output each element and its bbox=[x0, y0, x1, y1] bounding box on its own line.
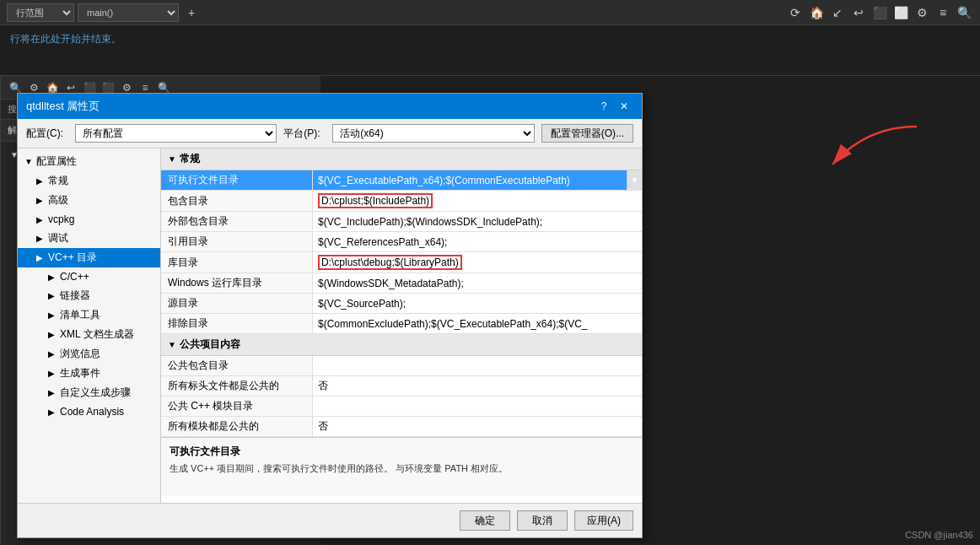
prop-value-all-headers: 否 bbox=[313, 376, 642, 396]
include-red-border: D:\cplust;$(IncludePath) bbox=[318, 193, 433, 208]
tree-item-build-events[interactable]: ▶ 生成事件 bbox=[18, 364, 160, 383]
prop-value-pub-include bbox=[313, 356, 642, 375]
platform-select[interactable]: 活动(x64) bbox=[332, 124, 534, 143]
tree-expand-custom: ▶ bbox=[48, 388, 60, 397]
prop-row-pub-modules[interactable]: 公共 C++ 模块目录 bbox=[161, 397, 642, 417]
toolbar-btn-9[interactable]: 🔍 bbox=[955, 3, 973, 22]
prop-row-all-headers[interactable]: 所有标头文件都是公共的 否 bbox=[161, 376, 642, 397]
prop-row-ext-include[interactable]: 外部包含目录 $(VC_IncludePath);$(WindowsSDK_In… bbox=[161, 212, 642, 232]
dialog-titlebar: qtdlltest 属性页 ? ✕ bbox=[18, 94, 642, 119]
tree-expand-icon: ▼ bbox=[24, 157, 36, 166]
prop-row-executable[interactable]: 可执行文件目录 $(VC_ExecutablePath_x64);$(Commo… bbox=[161, 170, 642, 191]
prop-row-include[interactable]: 包含目录 D:\cplust;$(IncludePath) bbox=[161, 191, 642, 212]
editor-area: 行将在此处开始并结束。 bbox=[0, 25, 980, 76]
platform-label: 平台(P): bbox=[283, 127, 326, 141]
tree-expand-general: ▶ bbox=[36, 176, 48, 186]
prop-value-pub-modules bbox=[313, 397, 642, 416]
toolbar-btn-7[interactable]: ⚙ bbox=[913, 3, 931, 22]
main-layout: qtdlltest 属性页 ? ✕ 配置(C): 所有配置 平台(P): 活动(… bbox=[0, 76, 980, 545]
prop-row-all-modules[interactable]: 所有模块都是公共的 否 bbox=[161, 417, 642, 437]
toolbar-btn-3[interactable]: ↙ bbox=[828, 3, 847, 22]
info-text: 生成 VC++ 项目期间，搜索可执行文件时使用的路径。 与环境变量 PATH 相… bbox=[170, 462, 633, 475]
tree-item-advanced[interactable]: ▶ 高级 bbox=[18, 191, 160, 210]
top-bar: 行范围 main() + ⟳ 🏠 ↙ ↩ ⬛ ⬜ ⚙ ≡ 🔍 bbox=[0, 0, 980, 25]
tree-item-vcpp-dirs[interactable]: ▶ VC++ 目录 bbox=[18, 248, 160, 267]
toolbar-btn-8[interactable]: ≡ bbox=[934, 3, 952, 22]
prop-name-executable: 可执行文件目录 bbox=[161, 170, 313, 190]
tree-expand-vcpp: ▶ bbox=[36, 253, 48, 262]
scope-dropdown[interactable]: 行范围 bbox=[7, 3, 74, 22]
prop-value-exclude: $(CommonExcludePath);$(VC_ExecutablePath… bbox=[313, 314, 642, 333]
tree-item-linker[interactable]: ▶ 链接器 bbox=[18, 286, 160, 305]
tree-item-browse[interactable]: ▶ 浏览信息 bbox=[18, 344, 160, 364]
prop-value-include: D:\cplust;$(IncludePath) bbox=[313, 191, 642, 211]
section-public-collapse-icon: ▼ bbox=[168, 340, 176, 349]
toolbar-btn-5[interactable]: ⬛ bbox=[870, 3, 889, 22]
section-general-label: 常规 bbox=[180, 152, 200, 166]
lib-red-border: D:\cplust\debug;$(LibraryPath) bbox=[318, 255, 462, 270]
prop-row-exclude[interactable]: 排除目录 $(CommonExcludePath);$(VC_Executabl… bbox=[161, 314, 642, 334]
toolbar-btn-4[interactable]: ↩ bbox=[849, 3, 868, 22]
tree-item-manifest[interactable]: ▶ 清单工具 bbox=[18, 305, 160, 325]
prop-value-ext-include: $(VC_IncludePath);$(WindowsSDK_IncludePa… bbox=[313, 212, 642, 231]
arrow-annotation bbox=[799, 118, 925, 186]
apply-btn[interactable]: 应用(A) bbox=[574, 510, 633, 531]
dialog-close-btn[interactable]: ✕ bbox=[615, 99, 633, 114]
toolbar-btn-1[interactable]: ⟳ bbox=[786, 3, 805, 22]
tree-item-cpp[interactable]: ▶ C/C++ bbox=[18, 267, 160, 286]
dialog-title: qtdlltest 属性页 bbox=[26, 99, 100, 114]
prop-value-all-modules: 否 bbox=[313, 417, 642, 436]
section-general-header[interactable]: ▼ 常规 bbox=[161, 148, 642, 170]
prop-value-executable: $(VC_ExecutablePath_x64);$(CommonExecuta… bbox=[313, 170, 627, 190]
code-line: 行将在此处开始并结束。 bbox=[10, 33, 121, 45]
function-dropdown[interactable]: main() bbox=[78, 3, 179, 22]
tree-item-vcpkg[interactable]: ▶ vcpkg bbox=[18, 210, 160, 229]
tree-expand-browse: ▶ bbox=[48, 349, 60, 359]
config-row: 配置(C): 所有配置 平台(P): 活动(x64) 配置管理器(O)... bbox=[18, 119, 642, 148]
tree-section-header: ▼ 配置属性 bbox=[18, 152, 160, 171]
tree-expand-cpp: ▶ bbox=[48, 272, 60, 282]
prop-value-lib: D:\cplust\debug;$(LibraryPath) bbox=[313, 252, 642, 272]
prop-name-all-modules: 所有模块都是公共的 bbox=[161, 417, 313, 436]
section-general-collapse-icon: ▼ bbox=[168, 154, 176, 164]
prop-row-lib[interactable]: 库目录 D:\cplust\debug;$(LibraryPath) bbox=[161, 252, 642, 273]
cancel-btn[interactable]: 取消 bbox=[517, 510, 568, 531]
prop-row-winrt[interactable]: Windows 运行库目录 $(WindowsSDK_MetadataPath)… bbox=[161, 273, 642, 294]
section-public-header[interactable]: ▼ 公共项目内容 bbox=[161, 334, 642, 356]
section-public-label: 公共项目内容 bbox=[180, 337, 240, 352]
tree-item-custom-build[interactable]: ▶ 自定义生成步骤 bbox=[18, 383, 160, 402]
dialog-help-btn[interactable]: ? bbox=[595, 99, 613, 114]
tree-expand-code-analysis: ▶ bbox=[48, 407, 60, 417]
dialog-footer: 确定 取消 应用(A) bbox=[18, 503, 642, 537]
tree-expand-vcpkg: ▶ bbox=[36, 215, 48, 224]
tree-item-code-analysis[interactable]: ▶ Code Analysis bbox=[18, 402, 160, 421]
toolbar-btn-6[interactable]: ⬜ bbox=[891, 3, 910, 22]
prop-dropdown-executable[interactable]: ▼ bbox=[627, 170, 642, 190]
tree-expand-xml: ▶ bbox=[48, 330, 60, 339]
tree-expand-linker: ▶ bbox=[48, 291, 60, 300]
prop-name-source: 源目录 bbox=[161, 294, 313, 313]
prop-value-winrt: $(WindowsSDK_MetadataPath); bbox=[313, 273, 642, 293]
config-mgr-btn[interactable]: 配置管理器(O)... bbox=[541, 124, 633, 143]
info-panel: 可执行文件目录 生成 VC++ 项目期间，搜索可执行文件时使用的路径。 与环境变… bbox=[161, 437, 642, 496]
prop-name-winrt: Windows 运行库目录 bbox=[161, 273, 313, 293]
prop-name-lib: 库目录 bbox=[161, 252, 313, 272]
info-title: 可执行文件目录 bbox=[170, 445, 633, 459]
prop-value-source: $(VC_SourcePath); bbox=[313, 294, 642, 313]
tree-item-general[interactable]: ▶ 常规 bbox=[18, 171, 160, 191]
config-select[interactable]: 所有配置 bbox=[75, 124, 277, 143]
ok-btn[interactable]: 确定 bbox=[460, 510, 510, 531]
tree-expand-advanced: ▶ bbox=[36, 196, 48, 205]
top-bar-left: 行范围 main() + bbox=[7, 3, 779, 22]
add-icon-btn[interactable]: + bbox=[182, 3, 201, 22]
prop-row-pub-include[interactable]: 公共包含目录 bbox=[161, 356, 642, 376]
tree-item-debug[interactable]: ▶ 调试 bbox=[18, 229, 160, 248]
props-panel: ▼ 常规 可执行文件目录 $(VC_ExecutablePath_x64);$(… bbox=[161, 148, 642, 503]
toolbar-btn-2[interactable]: 🏠 bbox=[807, 3, 826, 22]
prop-row-source[interactable]: 源目录 $(VC_SourcePath); bbox=[161, 294, 642, 314]
tree-item-xml[interactable]: ▶ XML 文档生成器 bbox=[18, 325, 160, 344]
tree-label-code-analysis: Code Analysis bbox=[60, 406, 124, 418]
prop-row-ref[interactable]: 引用目录 $(VC_ReferencesPath_x64); bbox=[161, 232, 642, 252]
prop-name-ext-include: 外部包含目录 bbox=[161, 212, 313, 231]
properties-dialog: qtdlltest 属性页 ? ✕ 配置(C): 所有配置 平台(P): 活动(… bbox=[17, 93, 643, 538]
